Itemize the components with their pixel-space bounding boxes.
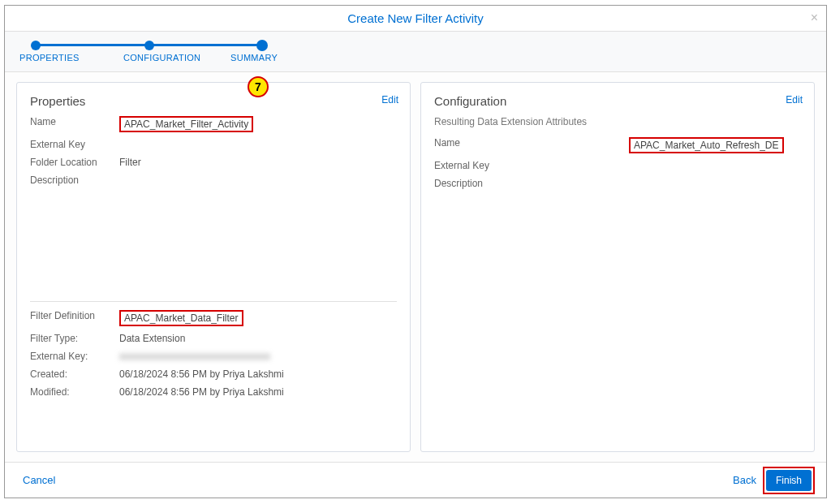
row-filter-type: Filter Type: Data Extension [30, 333, 397, 344]
folder-label: Folder Location [30, 157, 119, 168]
row-description: Description [30, 174, 397, 186]
row-external-key-2: External Key: xxxxxxxxxxxxxxxxxxxxxxxxxx… [30, 351, 397, 362]
filter-definition-value: APAC_Market_Data_Filter [119, 310, 243, 326]
config-name-label: Name [434, 137, 629, 149]
configuration-edit-link[interactable]: Edit [786, 94, 803, 106]
properties-title: Properties [30, 94, 397, 108]
configuration-panel: Configuration Edit Resulting Data Extens… [420, 82, 815, 452]
properties-edit-link[interactable]: Edit [381, 94, 398, 106]
name-value: APAC_Market_Filter_Activity [119, 116, 253, 132]
modal-header: Create New Filter Activity × [5, 6, 826, 32]
finish-highlight: Finish [763, 467, 815, 494]
stepper-line [148, 44, 261, 46]
name-label: Name [30, 116, 119, 127]
close-icon[interactable]: × [811, 11, 818, 25]
properties-panel: 7 Properties Edit Name APAC_Market_Filte… [16, 82, 411, 452]
row-modified: Modified: 06/18/2024 8:56 PM by Priya La… [30, 386, 397, 398]
folder-value: Filter [119, 157, 141, 168]
filter-type-value: Data Extension [119, 333, 185, 344]
stepper-line [34, 44, 148, 46]
step-dot-summary[interactable] [256, 40, 268, 51]
step-dot-configuration[interactable] [144, 41, 154, 50]
row-filter-definition: Filter Definition APAC_Market_Data_Filte… [30, 310, 397, 326]
external-key-2-label: External Key: [30, 351, 119, 362]
row-external-key: External Key [30, 139, 397, 150]
modal-title: Create New Filter Activity [347, 11, 484, 25]
back-button[interactable]: Back [726, 471, 763, 489]
filter-type-label: Filter Type: [30, 333, 119, 344]
modal-footer: Cancel Back Finish [5, 462, 826, 498]
configuration-subheading: Resulting Data Extension Attributes [434, 116, 801, 127]
description-label: Description [30, 174, 119, 186]
step-label-properties[interactable]: PROPERTIES [19, 53, 117, 62]
modal-dialog: Create New Filter Activity × PROPERTIES … [4, 5, 827, 498]
row-created: Created: 06/18/2024 8:56 PM by Priya Lak… [30, 368, 397, 380]
modified-value: 06/18/2024 8:56 PM by Priya Lakshmi [119, 386, 284, 398]
config-name-value: APAC_Market_Auto_Refresh_DE [629, 137, 784, 153]
finish-button[interactable]: Finish [766, 470, 812, 491]
step-label-summary[interactable]: SUMMARY [230, 53, 278, 62]
divider [30, 301, 397, 302]
configuration-title: Configuration [434, 94, 801, 108]
external-key-2-value: xxxxxxxxxxxxxxxxxxxxxxxxxxxxxxx [119, 351, 270, 362]
stepper-track [18, 40, 813, 51]
config-row-name: Name APAC_Market_Auto_Refresh_DE [434, 137, 801, 153]
cancel-button[interactable]: Cancel [16, 471, 62, 489]
summary-content: 7 Properties Edit Name APAC_Market_Filte… [5, 72, 826, 462]
row-folder: Folder Location Filter [30, 157, 397, 168]
created-label: Created: [30, 368, 119, 380]
stepper-labels: PROPERTIES CONFIGURATION SUMMARY [18, 53, 813, 62]
modified-label: Modified: [30, 386, 119, 398]
annotation-badge-7: 7 [248, 76, 269, 97]
config-row-description: Description [434, 178, 801, 189]
config-external-key-label: External Key [434, 160, 629, 171]
progress-stepper: PROPERTIES CONFIGURATION SUMMARY [5, 32, 826, 72]
external-key-label: External Key [30, 139, 119, 150]
step-label-configuration[interactable]: CONFIGURATION [123, 53, 237, 62]
row-name: Name APAC_Market_Filter_Activity [30, 116, 397, 132]
filter-definition-label: Filter Definition [30, 310, 119, 321]
config-row-external-key: External Key [434, 160, 801, 171]
created-value: 06/18/2024 8:56 PM by Priya Lakshmi [119, 368, 284, 380]
config-description-label: Description [434, 178, 629, 189]
step-dot-properties[interactable] [31, 41, 41, 50]
